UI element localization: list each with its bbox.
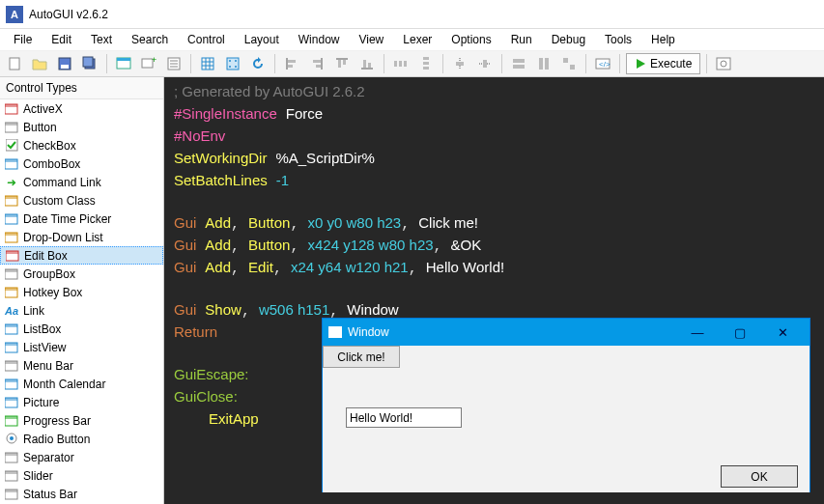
control-type-item[interactable]: Button — [0, 118, 163, 136]
svg-rect-56 — [5, 104, 17, 107]
control-type-item[interactable]: ActiveX — [0, 99, 163, 118]
svg-rect-59 — [6, 139, 17, 151]
control-type-item[interactable]: Custom Class — [0, 191, 163, 210]
code-view-icon[interactable]: </> — [592, 53, 613, 74]
center-h-icon[interactable] — [449, 53, 470, 74]
preview-title: Window — [348, 325, 676, 339]
snap-icon[interactable] — [222, 53, 243, 74]
control-type-item[interactable]: GroupBox — [0, 265, 163, 283]
same-size-icon[interactable] — [558, 53, 580, 74]
minimize-icon[interactable]: — — [676, 319, 719, 346]
new-file-icon[interactable] — [4, 53, 25, 74]
toolbar-separator — [585, 54, 586, 73]
menu-window[interactable]: Window — [289, 31, 350, 48]
control-type-item[interactable]: Status Bar — [0, 485, 163, 503]
control-type-item[interactable]: Hotkey Box — [0, 283, 163, 301]
grid-icon[interactable] — [197, 53, 218, 74]
control-type-item[interactable]: Edit Box — [0, 246, 163, 265]
refresh-icon[interactable] — [247, 53, 269, 74]
menu-file[interactable]: File — [4, 31, 42, 48]
svg-rect-85 — [5, 416, 17, 419]
space-h-icon[interactable] — [390, 53, 412, 74]
svg-point-87 — [10, 436, 14, 440]
control-type-icon — [4, 102, 19, 116]
menu-layout[interactable]: Layout — [235, 31, 289, 48]
properties-icon[interactable] — [163, 53, 185, 74]
menu-search[interactable]: Search — [122, 31, 178, 48]
menu-text[interactable]: Text — [81, 31, 122, 48]
control-type-label: ActiveX — [23, 102, 63, 116]
control-type-item[interactable]: Date Time Picker — [0, 210, 163, 228]
menu-edit[interactable]: Edit — [42, 31, 81, 48]
control-type-item[interactable]: Drop-Down List — [0, 228, 163, 246]
save-icon[interactable] — [54, 53, 75, 74]
svg-rect-13 — [202, 58, 213, 70]
app-icon: A — [6, 6, 23, 23]
control-type-item[interactable]: ListBox — [0, 320, 163, 338]
control-type-label: Custom Class — [23, 194, 96, 208]
preview-edit-box[interactable]: Hello World! — [346, 407, 462, 428]
svg-rect-93 — [5, 490, 17, 492]
open-folder-icon[interactable] — [29, 53, 50, 74]
maximize-icon[interactable]: ▢ — [719, 319, 761, 346]
control-type-icon — [4, 194, 19, 208]
add-window-icon[interactable]: + — [138, 53, 159, 74]
preview-click-me-button[interactable]: Click me! — [323, 346, 400, 368]
space-v-icon[interactable] — [415, 53, 437, 74]
control-type-item[interactable]: Month Calendar — [0, 375, 163, 393]
menu-tools[interactable]: Tools — [595, 31, 641, 48]
preview-client-area[interactable]: Click me! Hello World! OK — [323, 346, 810, 492]
control-type-item[interactable]: ➜Command Link — [0, 173, 163, 191]
control-type-item[interactable]: AaLink — [0, 301, 163, 320]
svg-rect-38 — [423, 57, 429, 60]
align-top-icon[interactable] — [331, 53, 353, 74]
svg-rect-69 — [6, 251, 18, 254]
center-v-icon[interactable] — [474, 53, 496, 74]
same-height-icon[interactable] — [533, 53, 554, 74]
control-type-icon — [4, 341, 19, 354]
svg-text:</>: </> — [599, 60, 611, 69]
close-icon[interactable]: ✕ — [761, 319, 804, 346]
svg-rect-71 — [5, 269, 17, 272]
menu-run[interactable]: Run — [501, 31, 542, 48]
execute-button[interactable]: Execute — [626, 53, 700, 74]
save-all-icon[interactable] — [79, 53, 100, 74]
menu-view[interactable]: View — [349, 31, 393, 48]
control-type-icon — [4, 121, 19, 134]
control-type-item[interactable]: CheckBox — [0, 136, 163, 154]
same-width-icon[interactable] — [508, 53, 529, 74]
menu-lexer[interactable]: Lexer — [393, 31, 441, 48]
control-type-label: ComboBox — [23, 157, 80, 171]
menu-control[interactable]: Control — [178, 31, 235, 48]
align-left-icon[interactable] — [281, 53, 302, 74]
control-type-icon — [4, 359, 19, 373]
preview-ok-button[interactable]: OK — [721, 465, 798, 488]
control-type-item[interactable]: Separator — [0, 448, 163, 466]
control-type-item[interactable]: Progress Bar — [0, 411, 163, 430]
control-type-item[interactable]: ComboBox — [0, 154, 163, 173]
control-type-label: CheckBox — [23, 139, 76, 153]
new-window-icon[interactable] — [113, 53, 134, 74]
control-type-item[interactable]: Menu Bar — [0, 356, 163, 375]
preview-titlebar[interactable]: Window — ▢ ✕ — [323, 319, 810, 346]
svg-point-21 — [229, 66, 231, 68]
align-bottom-icon[interactable] — [356, 53, 378, 74]
control-type-item[interactable]: Radio Button — [0, 430, 163, 448]
menu-options[interactable]: Options — [441, 31, 500, 48]
control-type-label: Menu Bar — [23, 359, 73, 373]
settings-icon[interactable] — [713, 53, 734, 74]
control-type-item[interactable]: Picture — [0, 393, 163, 411]
align-right-icon[interactable] — [306, 53, 327, 74]
control-type-icon — [4, 488, 19, 501]
control-type-item[interactable]: Slider — [0, 466, 163, 485]
control-type-icon — [4, 267, 19, 281]
control-type-item[interactable]: ListView — [0, 338, 163, 356]
svg-text:+: + — [152, 56, 156, 65]
menu-help[interactable]: Help — [641, 31, 685, 48]
svg-rect-42 — [456, 62, 464, 66]
svg-rect-49 — [563, 58, 568, 63]
menu-debug[interactable]: Debug — [542, 31, 595, 48]
control-type-icon — [4, 212, 19, 226]
svg-rect-37 — [404, 61, 407, 67]
preview-window[interactable]: Window — ▢ ✕ Click me! Hello World! OK — [322, 318, 810, 492]
